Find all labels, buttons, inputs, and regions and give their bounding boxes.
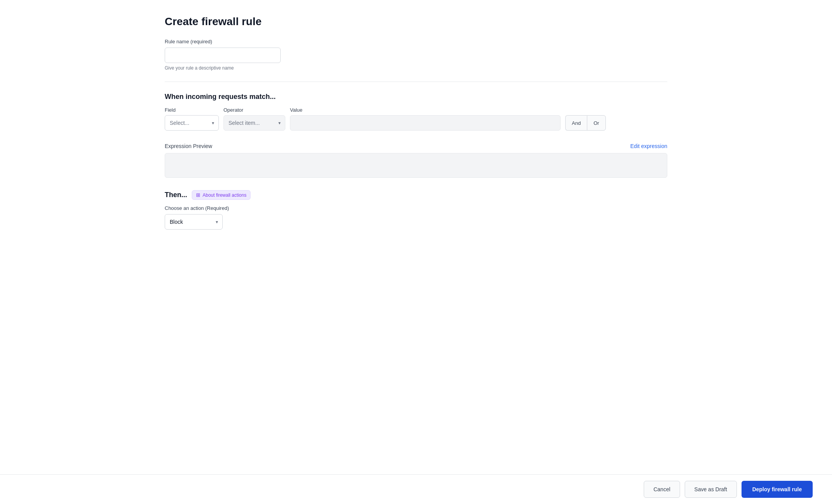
page-title: Create firewall rule (165, 15, 667, 28)
match-heading: When incoming requests match... (165, 93, 667, 101)
value-input[interactable] (290, 115, 561, 131)
deploy-button[interactable]: Deploy firewall rule (742, 481, 813, 498)
rule-name-input[interactable] (165, 48, 281, 63)
save-draft-button[interactable]: Save as Draft (685, 481, 737, 498)
action-select-wrapper: Block Allow Challenge JS Challenge Log ▼ (165, 214, 223, 230)
then-label: Then... (165, 191, 187, 199)
then-section: Then... ⊞ About firewall actions Choose … (165, 190, 667, 230)
operator-select-wrapper: Select item... ▼ (223, 115, 285, 131)
cancel-button[interactable]: Cancel (644, 481, 680, 498)
field-select[interactable]: Select... (165, 115, 219, 131)
rule-name-section: Rule name (required) Give your rule a de… (165, 39, 667, 71)
field-select-wrapper: Select... ▼ (165, 115, 219, 131)
match-section: When incoming requests match... Field Se… (165, 93, 667, 131)
operator-column: Operator Select item... ▼ (223, 107, 285, 131)
rule-name-label: Rule name (required) (165, 39, 667, 44)
field-label: Field (165, 107, 219, 113)
expression-label: Expression Preview (165, 143, 212, 149)
about-actions-badge[interactable]: ⊞ About firewall actions (192, 190, 251, 200)
info-icon: ⊞ (196, 192, 200, 198)
then-header: Then... ⊞ About firewall actions (165, 190, 667, 200)
edit-expression-link[interactable]: Edit expression (630, 143, 667, 149)
divider (165, 82, 667, 82)
operator-select[interactable]: Select item... (223, 115, 285, 131)
expression-header: Expression Preview Edit expression (165, 143, 667, 149)
and-button[interactable]: And (565, 115, 587, 131)
rule-name-hint: Give your rule a descriptive name (165, 65, 667, 71)
value-column: Value (290, 107, 561, 131)
footer-actions: Cancel Save as Draft Deploy firewall rul… (0, 474, 832, 504)
field-column: Field Select... ▼ (165, 107, 219, 131)
or-button[interactable]: Or (587, 115, 605, 131)
value-label: Value (290, 107, 561, 113)
action-select[interactable]: Block Allow Challenge JS Challenge Log (165, 214, 223, 230)
and-or-buttons: And Or (565, 115, 606, 131)
action-label: Choose an action (Required) (165, 205, 667, 211)
operator-label: Operator (223, 107, 285, 113)
expression-section: Expression Preview Edit expression (165, 143, 667, 178)
about-actions-text: About firewall actions (203, 192, 246, 198)
criteria-row: Field Select... ▼ Operator Select item..… (165, 107, 667, 131)
expression-preview-box (165, 153, 667, 178)
page-container: Create firewall rule Rule name (required… (145, 0, 687, 504)
